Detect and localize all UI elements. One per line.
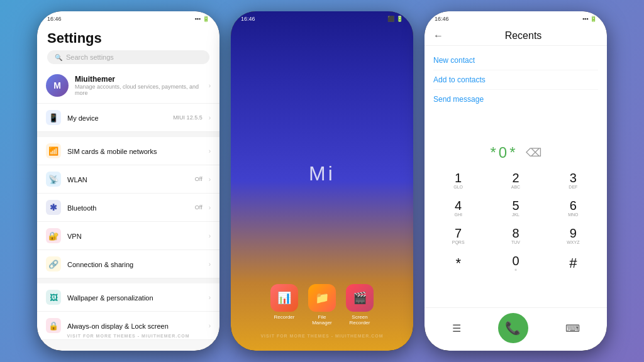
device-badge: MIUI 12.5.5 (173, 114, 203, 121)
device-icon: 📱 (46, 110, 61, 125)
wallpaper-item[interactable]: 🖼 Wallpaper & personalization › (37, 283, 219, 312)
section-divider-2 (37, 278, 219, 283)
search-icon: 🔍 (55, 54, 62, 61)
recents-title: Recents (448, 30, 598, 41)
dial-key-hash[interactable]: # (545, 250, 602, 277)
phone-home: 16:46 ⬛ 🔋 Mi 📊 Recorder 📁 File Manager (231, 11, 413, 351)
chevron-bluetooth-icon: › (209, 204, 211, 211)
account-description: Manage accounts, cloud services, payment… (75, 84, 203, 96)
call-button[interactable]: 📞 (498, 313, 528, 343)
bluetooth-label: Bluetooth (67, 204, 96, 212)
dial-key-7[interactable]: 7 PQRS (430, 222, 487, 250)
wallpaper-item-text: Wallpaper & personalization (67, 292, 203, 303)
dial-key-5[interactable]: 5 JKL (487, 194, 544, 222)
vpn-item-text: VPN (67, 230, 203, 241)
dial-key-1[interactable]: 1 GLO (430, 167, 487, 194)
status-bar-middle: 16:46 ⬛ 🔋 (231, 11, 413, 25)
back-button[interactable]: ← (433, 30, 443, 41)
dial-display: *0* ⌫ 1 GLO 2 ABC 3 DEF (425, 114, 607, 307)
status-icons-left: ▪▪▪ 🔋 (194, 16, 209, 22)
add-to-contacts-option[interactable]: Add to contacts (433, 70, 598, 90)
new-contact-option[interactable]: New contact (433, 51, 598, 70)
vpn-label: VPN (67, 233, 82, 240)
search-bar[interactable]: 🔍 Search settings (47, 50, 209, 64)
lock-item-text: Always-on display & Lock screen (67, 320, 203, 331)
app-screen-recorder[interactable]: 🎬 Screen Recorder (346, 284, 374, 326)
backspace-button[interactable]: ⌫ (526, 146, 541, 160)
lock-icon: 🔒 (46, 318, 61, 333)
bluetooth-item-text: Bluetooth (67, 202, 189, 213)
screen-recorder-icon: 🎬 (346, 284, 374, 312)
watermark-middle: VISIT FOR MORE THEMES - MIUITHEMER.COM (231, 334, 413, 338)
settings-screen: 16:46 ▪▪▪ 🔋 Settings 🔍 Search settings M (37, 11, 219, 351)
dial-key-6[interactable]: 6 MNO (545, 194, 602, 222)
chevron-connection-icon: › (209, 261, 211, 268)
app-files[interactable]: 📁 File Manager (308, 284, 336, 326)
files-icon: 📁 (308, 284, 336, 312)
lock-label: Always-on display & Lock screen (67, 322, 169, 330)
dial-key-star[interactable]: * (430, 250, 487, 277)
vpn-icon: 🔐 (46, 228, 61, 243)
chevron-wlan-icon: › (209, 176, 211, 183)
dial-grid: 1 GLO 2 ABC 3 DEF 4 GHI (430, 167, 602, 277)
status-bar-left: 16:46 ▪▪▪ 🔋 (37, 11, 219, 25)
sim-cards-item[interactable]: 📶 SIM cards & mobile networks › (37, 137, 219, 165)
dialer-header: ← Recents (425, 25, 607, 46)
wlan-item[interactable]: 📡 WLAN Off › (37, 165, 219, 194)
home-screen: 16:46 ⬛ 🔋 Mi 📊 Recorder 📁 File Manager (231, 11, 413, 351)
chevron-wallpaper-icon: › (209, 294, 211, 301)
dial-key-8[interactable]: 8 TUV (487, 222, 544, 250)
wlan-label: WLAN (67, 176, 87, 184)
send-message-option[interactable]: Send message (433, 90, 598, 109)
dial-number-text: *0* (490, 144, 518, 162)
wallpaper-label: Wallpaper & personalization (67, 294, 153, 302)
screen-recorder-label: Screen Recorder (346, 314, 374, 326)
settings-header: Settings 🔍 Search settings (37, 25, 219, 68)
wlan-item-text: WLAN (67, 173, 189, 185)
keypad-toggle-icon[interactable]: ⌨ (565, 322, 580, 334)
contact-options: New contact Add to contacts Send message (425, 46, 607, 114)
menu-icon[interactable]: ☰ (452, 322, 461, 334)
section-divider-1 (37, 132, 219, 137)
bluetooth-status: Off (195, 204, 203, 211)
wlan-icon: 📡 (46, 172, 61, 187)
vpn-item[interactable]: 🔐 VPN › (37, 222, 219, 250)
dial-key-4[interactable]: 4 GHI (430, 194, 487, 222)
account-avatar: M (46, 74, 69, 97)
bluetooth-icon: ✱ (46, 200, 61, 215)
account-item[interactable]: M Miuithemer Manage accounts, cloud serv… (37, 68, 219, 104)
connection-item[interactable]: 🔗 Connection & sharing › (37, 250, 219, 278)
my-device-item[interactable]: 📱 My device MIUI 12.5.5 › (37, 104, 219, 132)
sim-label: SIM cards & mobile networks (67, 148, 157, 155)
dial-key-0[interactable]: 0 + (487, 250, 544, 277)
phone-settings: 16:46 ▪▪▪ 🔋 Settings 🔍 Search settings M (37, 11, 219, 351)
phone-dialer: 16:46 ▪▪▪ 🔋 ← Recents New contact Add to… (425, 11, 607, 351)
app-dock: 📊 Recorder 📁 File Manager 🎬 Screen Recor… (270, 284, 374, 326)
chevron-vpn-icon: › (209, 233, 211, 239)
settings-title: Settings (47, 30, 209, 47)
connection-label: Connection & sharing (67, 261, 133, 268)
chevron-lock-icon: › (209, 322, 211, 329)
app-recorder[interactable]: 📊 Recorder (270, 284, 298, 326)
bluetooth-item[interactable]: ✱ Bluetooth Off › (37, 194, 219, 222)
dial-key-3[interactable]: 3 DEF (545, 167, 602, 194)
recorder-label: Recorder (274, 314, 295, 320)
mi-logo-text: Mi (309, 162, 335, 185)
number-display: *0* ⌫ (430, 144, 602, 162)
connection-icon: 🔗 (46, 256, 61, 272)
status-bar-right: 16:46 ▪▪▪ 🔋 (425, 11, 607, 25)
sim-icon: 📶 (46, 143, 61, 158)
dial-key-2[interactable]: 2 ABC (487, 167, 544, 194)
account-info: Miuithemer Manage accounts, cloud servic… (75, 75, 203, 96)
chevron-sim-icon: › (209, 148, 211, 155)
device-label: My device (67, 114, 99, 122)
status-time-right: 16:46 (435, 16, 449, 22)
status-time-left: 16:46 (47, 16, 62, 22)
dial-key-9[interactable]: 9 WXYZ (545, 222, 602, 250)
dial-bottom-bar: ☰ 📞 ⌨ (425, 307, 607, 351)
status-icons-right: ▪▪▪ 🔋 (582, 16, 597, 22)
account-name: Miuithemer (75, 75, 203, 84)
wallpaper-icon: 🖼 (46, 290, 61, 305)
files-label: File Manager (308, 314, 336, 326)
recorder-icon: 📊 (270, 284, 298, 312)
